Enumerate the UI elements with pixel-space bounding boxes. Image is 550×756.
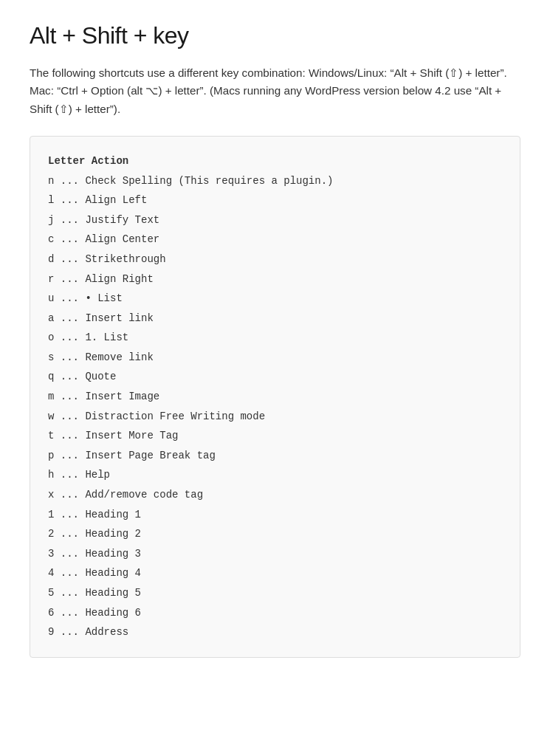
table-row: r ... Align Right	[48, 269, 502, 289]
table-row: j ... Justify Text	[48, 210, 502, 230]
table-row: 9 ... Address	[48, 622, 502, 642]
table-row: n ... Check Spelling (This requires a pl…	[48, 171, 502, 191]
table-row: w ... Distraction Free Writing mode	[48, 407, 502, 427]
table-row: h ... Help	[48, 465, 502, 485]
table-row: m ... Insert Image	[48, 387, 502, 407]
table-row: 6 ... Heading 6	[48, 603, 502, 623]
table-row: 4 ... Heading 4	[48, 563, 502, 583]
table-row: q ... Quote	[48, 367, 502, 387]
table-row: s ... Remove link	[48, 348, 502, 368]
table-row: u ... • List	[48, 289, 502, 309]
table-row: 5 ... Heading 5	[48, 583, 502, 603]
table-row: t ... Insert More Tag	[48, 426, 502, 446]
table-row: x ... Add/remove code tag	[48, 485, 502, 505]
table-row: d ... Strikethrough	[48, 250, 502, 269]
shortcut-table-container: Letter Action n ... Check Spelling (This…	[30, 136, 520, 658]
page-title: Alt + Shift + key	[30, 22, 520, 49]
table-row: p ... Insert Page Break tag	[48, 446, 502, 466]
page-description: The following shortcuts use a different …	[30, 64, 520, 118]
table-row: a ... Insert link	[48, 309, 502, 329]
table-header: Letter Action	[48, 155, 128, 167]
table-row: 1 ... Heading 1	[48, 505, 502, 525]
table-row: o ... 1. List	[48, 328, 502, 348]
table-row: l ... Align Left	[48, 190, 502, 210]
table-row: 3 ... Heading 3	[48, 544, 502, 564]
table-row: 2 ... Heading 2	[48, 524, 502, 544]
shortcut-table: Letter Action n ... Check Spelling (This…	[48, 151, 502, 642]
table-row: c ... Align Center	[48, 230, 502, 250]
